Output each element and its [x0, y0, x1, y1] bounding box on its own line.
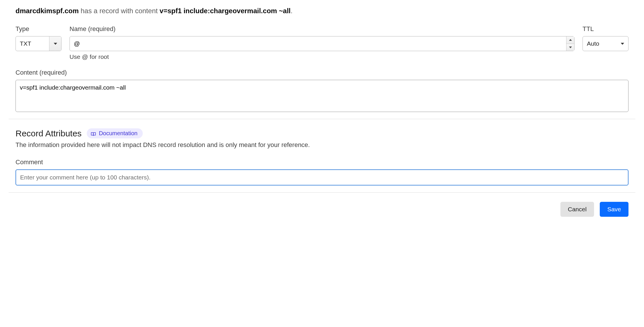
- name-stepper-up[interactable]: [566, 36, 574, 44]
- content-label: Content (required): [16, 69, 628, 76]
- ttl-select[interactable]: Auto: [583, 36, 628, 51]
- comment-label: Comment: [16, 158, 628, 166]
- type-select-caret[interactable]: [49, 36, 61, 51]
- divider: [9, 119, 635, 119]
- type-select-value: TXT: [16, 36, 49, 51]
- heading-domain: dmarcdkimspf.com: [16, 7, 79, 15]
- type-label: Type: [16, 25, 61, 33]
- heading-tail: .: [291, 7, 293, 15]
- content-textarea[interactable]: [16, 80, 628, 112]
- comment-input[interactable]: [16, 169, 628, 185]
- documentation-label: Documentation: [99, 130, 138, 137]
- ttl-label: TTL: [583, 25, 628, 33]
- caret-down-icon: [569, 47, 572, 48]
- documentation-link[interactable]: Documentation: [87, 128, 143, 138]
- heading-mid: has a record with content: [79, 7, 159, 15]
- type-select[interactable]: TXT: [16, 36, 61, 51]
- name-stepper-down[interactable]: [566, 44, 574, 51]
- record-attributes-title: Record Attributes: [16, 129, 82, 138]
- chevron-down-icon: [54, 43, 57, 45]
- chevron-down-icon: [621, 43, 624, 45]
- book-icon: [91, 131, 96, 136]
- save-button[interactable]: Save: [600, 202, 628, 217]
- ttl-select-value: Auto: [587, 40, 599, 47]
- name-label: Name (required): [70, 25, 574, 33]
- name-input[interactable]: [70, 36, 566, 51]
- cancel-button[interactable]: Cancel: [560, 202, 594, 217]
- heading-content-value: v=spf1 include:chargeovermail.com ~all: [160, 7, 291, 15]
- caret-up-icon: [569, 39, 572, 41]
- name-input-wrap: [70, 36, 574, 51]
- record-attributes-description: The information provided here will not i…: [16, 141, 628, 149]
- name-helper: Use @ for root: [70, 53, 574, 60]
- heading-sentence: dmarcdkimspf.com has a record with conte…: [16, 7, 628, 15]
- divider: [9, 192, 635, 193]
